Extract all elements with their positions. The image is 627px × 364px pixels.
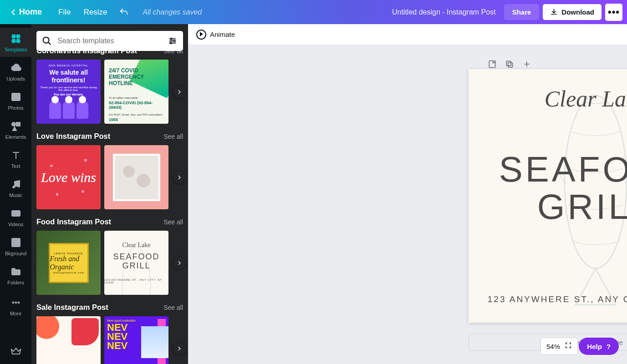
share-button[interactable]: Share xyxy=(504,4,540,20)
scroll-right-button[interactable] xyxy=(173,257,186,269)
svg-point-18 xyxy=(170,42,172,44)
template-search[interactable] xyxy=(36,31,183,51)
nav-label: Folders xyxy=(7,280,24,285)
template-thumb[interactable]: Love wins xyxy=(36,145,101,209)
text-icon xyxy=(10,150,21,161)
svg-rect-22 xyxy=(506,61,511,66)
thumb-photo xyxy=(141,326,168,358)
see-all-link[interactable]: See all xyxy=(163,218,183,226)
document-title[interactable]: Untitled design - Instagram Post xyxy=(202,8,504,16)
resize-menu[interactable]: Resize xyxy=(83,8,107,17)
svg-rect-2 xyxy=(12,39,15,43)
nav-background[interactable]: Bkground xyxy=(0,232,31,261)
svg-point-16 xyxy=(170,38,172,40)
svg-point-9 xyxy=(18,185,20,187)
download-icon xyxy=(550,8,558,16)
design-address[interactable]: 123 ANYWHERE ST., ANY CITY, ST 12345 xyxy=(469,294,627,304)
svg-rect-1 xyxy=(16,35,20,38)
thumb-text: Love wins xyxy=(36,145,101,209)
download-button[interactable]: Download xyxy=(543,4,602,20)
see-all-link[interactable]: See all xyxy=(163,51,183,55)
help-button[interactable]: Help ? xyxy=(579,338,619,355)
svg-rect-3 xyxy=(16,39,20,43)
template-thumb[interactable]: SAN BENEJA HOSPITAL We salute allfrontli… xyxy=(36,60,101,124)
svg-point-6 xyxy=(12,122,15,126)
section-head-coronavirus: Coronavirus Instagram Post See all xyxy=(36,51,183,55)
thumb-text: You are our Heroes. xyxy=(53,93,83,96)
nav-label: Photos xyxy=(8,105,23,111)
section-title: Sale Instagram Post xyxy=(36,303,108,312)
template-thumb[interactable]: Clear Lake SEAFOODGRILL 123 ANYWHERE ST.… xyxy=(104,231,168,295)
thumb-photo xyxy=(113,154,160,201)
nav-music[interactable]: Music xyxy=(0,173,31,202)
file-menu[interactable]: File xyxy=(58,8,71,17)
top-menu: File Resize xyxy=(58,8,107,17)
nav-uploads[interactable]: Uploads xyxy=(0,57,31,86)
elements-icon xyxy=(10,121,21,131)
template-thumb[interactable]: New sport collection NEVNEVNEV xyxy=(104,316,168,364)
section-title: Food Instagram Post xyxy=(36,217,111,226)
section-title: Coronavirus Instagram Post xyxy=(36,51,137,55)
zoom-control[interactable]: 54% xyxy=(540,338,578,355)
fullscreen-button[interactable] xyxy=(565,342,572,351)
thumb-row-coronavirus: SAN BENEJA HOSPITAL We salute allfrontli… xyxy=(36,60,183,124)
design-headline[interactable]: SEAFOOD GRILL xyxy=(469,151,627,226)
design-script-text[interactable]: Clear Lake xyxy=(469,86,627,112)
more-icon xyxy=(10,297,21,308)
section-title: Love Instagram Post xyxy=(36,132,110,141)
more-menu-button[interactable]: ••• xyxy=(605,4,622,21)
scroll-right-button[interactable] xyxy=(173,342,186,355)
thumb-text: We salute all xyxy=(49,69,88,76)
template-thumb[interactable]: 24/7 COVID EMERGENCY HOTLINE To all call… xyxy=(104,60,168,124)
template-scroll[interactable]: Coronavirus Instagram Post See all SAN B… xyxy=(31,51,188,364)
svg-point-12 xyxy=(12,302,14,303)
home-button[interactable]: Home xyxy=(5,5,47,20)
undo-button[interactable] xyxy=(119,7,129,17)
zoom-value: 54% xyxy=(546,343,560,350)
thumb-text: Fresh and Organic xyxy=(50,255,87,271)
thumb-row-food: LEMON SQUEEZE Fresh and Organic reallygr… xyxy=(36,231,183,295)
scroll-right-button[interactable] xyxy=(173,86,186,98)
thumb-text: 1555 xyxy=(109,117,164,122)
thumb-row-sale: Summer Harvest SaleOrganic veggie New sp… xyxy=(36,316,183,364)
folders-icon xyxy=(10,266,21,277)
nav-label: Bkground xyxy=(5,251,26,256)
thumb-text: Thank you for your service and sacrifice… xyxy=(40,86,97,91)
filter-icon[interactable] xyxy=(168,36,178,46)
templates-icon xyxy=(10,33,21,44)
svg-point-19 xyxy=(122,248,150,295)
nav-folders[interactable]: Folders xyxy=(0,261,31,290)
nav-videos[interactable]: Videos xyxy=(0,202,31,232)
canvas-stage[interactable]: Clear Lake SEAFOOD GRILL 123 ANYWHERE ST… xyxy=(188,45,627,364)
nav-templates[interactable]: Templates xyxy=(0,28,31,57)
nav-more[interactable]: More xyxy=(0,292,31,321)
nav-label: Text xyxy=(11,163,20,169)
background-icon xyxy=(10,237,21,248)
animate-button[interactable]: Animate xyxy=(196,30,235,40)
nav-elements[interactable]: Elements xyxy=(0,115,31,144)
crown-icon xyxy=(10,346,21,357)
videos-icon xyxy=(10,208,21,219)
scroll-right-button[interactable] xyxy=(173,171,186,184)
template-thumb[interactable]: Summer Harvest SaleOrganic veggie xyxy=(36,316,101,364)
thumb-row-love: Love wins xyxy=(36,145,183,209)
thumb-illustration xyxy=(49,101,88,119)
download-label: Download xyxy=(561,8,594,16)
template-thumb[interactable]: LEMON SQUEEZE Fresh and Organic reallygr… xyxy=(36,231,101,295)
copy-icon xyxy=(505,60,514,69)
nav-text[interactable]: Text xyxy=(0,144,31,173)
template-thumb[interactable] xyxy=(104,145,168,209)
nav-photos[interactable]: Photos xyxy=(0,86,31,115)
nav-premium[interactable] xyxy=(10,346,21,359)
section-head-love: Love Instagram Post See all xyxy=(36,132,183,141)
plus-icon xyxy=(522,60,531,69)
see-all-link[interactable]: See all xyxy=(163,133,183,140)
thumb-text: 02-894-COVID (02-894-26843) xyxy=(109,101,164,110)
fish-icon xyxy=(110,236,163,295)
svg-point-5 xyxy=(14,95,15,97)
ellipsis-icon: ••• xyxy=(608,6,620,18)
search-input[interactable] xyxy=(57,37,162,45)
home-label: Home xyxy=(19,7,42,17)
design-page[interactable]: Clear Lake SEAFOOD GRILL 123 ANYWHERE ST… xyxy=(469,69,627,323)
see-all-link[interactable]: See all xyxy=(163,304,183,311)
